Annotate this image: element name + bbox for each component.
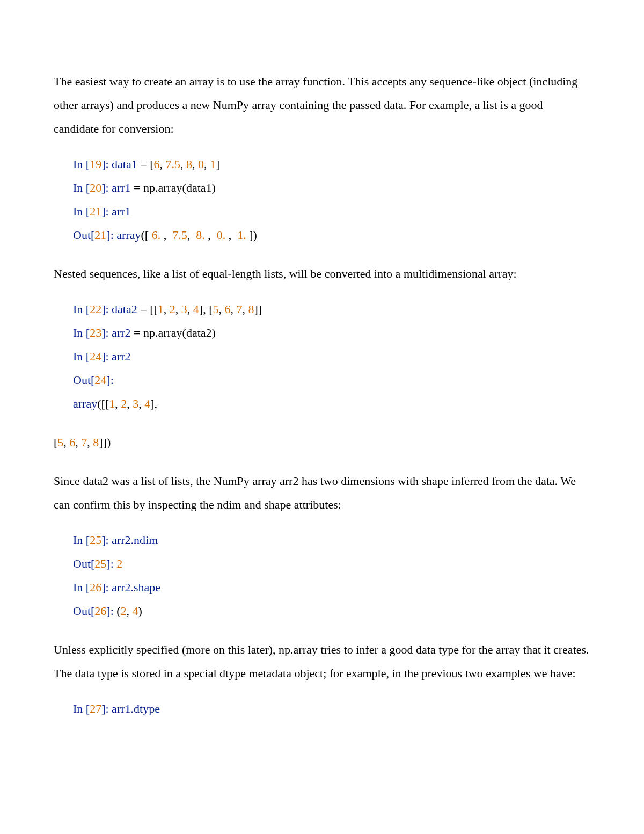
code-line: In [23]: arr2 = np.array(data2) bbox=[73, 321, 590, 345]
code-line: In [25]: arr2.ndim bbox=[73, 528, 590, 552]
paragraph-nested: Nested sequences, like a list of equal-l… bbox=[54, 262, 590, 286]
code-line: Out[24]: bbox=[73, 368, 590, 392]
paragraph-shape: Since data2 was a list of lists, the Num… bbox=[54, 469, 590, 517]
code-line: In [26]: arr2.shape bbox=[73, 576, 590, 599]
code-line: In [20]: arr1 = np.array(data1) bbox=[73, 176, 590, 200]
paragraph-intro: The easiest way to create an array is to… bbox=[54, 70, 590, 141]
code-line-flush: [5, 6, 7, 8]]) bbox=[54, 431, 590, 454]
code-line: array([[1, 2, 3, 4], bbox=[73, 392, 590, 416]
code-block-2: In [22]: data2 = [[1, 2, 3, 4], [5, 6, 7… bbox=[54, 298, 590, 416]
code-block-4: In [27]: arr1.dtype bbox=[54, 697, 590, 721]
code-block-3: In [25]: arr2.ndim Out[25]: 2 In [26]: a… bbox=[54, 528, 590, 623]
code-line: In [24]: arr2 bbox=[73, 345, 590, 368]
code-line: In [22]: data2 = [[1, 2, 3, 4], [5, 6, 7… bbox=[73, 298, 590, 321]
code-line: Out[25]: 2 bbox=[73, 552, 590, 576]
code-block-1: In [19]: data1 = [6, 7.5, 8, 0, 1] In [2… bbox=[54, 153, 590, 247]
code-line: Out[26]: (2, 4) bbox=[73, 599, 590, 623]
code-line: Out[21]: array([ 6. , 7.5, 8. , 0. , 1. … bbox=[73, 223, 590, 247]
document-page: The easiest way to create an array is to… bbox=[0, 0, 644, 834]
paragraph-dtype: Unless explicitly specified (more on thi… bbox=[54, 638, 590, 685]
code-line: In [19]: data1 = [6, 7.5, 8, 0, 1] bbox=[73, 153, 590, 176]
code-line: In [27]: arr1.dtype bbox=[73, 697, 590, 721]
code-line: In [21]: arr1 bbox=[73, 200, 590, 223]
